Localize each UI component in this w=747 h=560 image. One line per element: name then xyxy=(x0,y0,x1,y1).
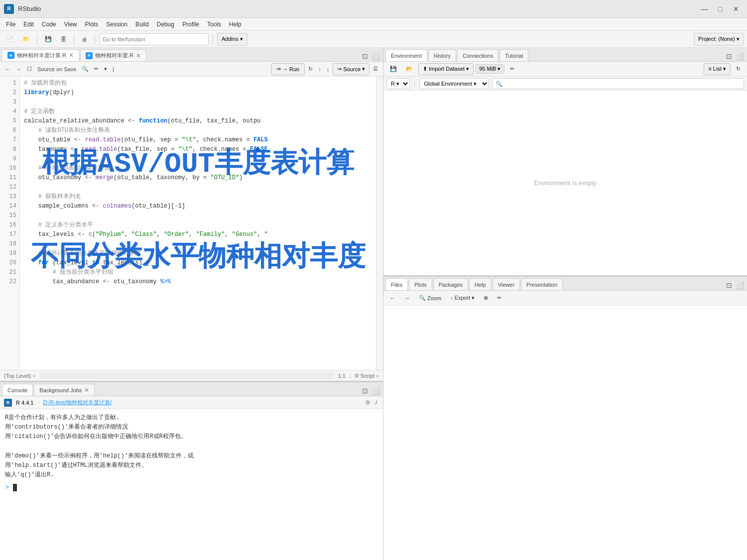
app-logo: R xyxy=(4,4,14,14)
env-search-input[interactable] xyxy=(492,78,744,89)
menu-file[interactable]: File xyxy=(2,19,19,29)
folder-icon: 📁 xyxy=(22,36,29,42)
menu-edit[interactable]: Edit xyxy=(19,19,38,29)
menu-session[interactable]: Session xyxy=(102,19,131,29)
save-button[interactable]: 💾 xyxy=(41,33,55,46)
search-button[interactable]: 🔍 xyxy=(80,64,91,75)
memory-badge[interactable]: 95 MiB ▾ xyxy=(476,64,504,74)
maximize-plots-button[interactable]: ⬜ xyxy=(735,280,745,290)
toolbar-separator-1 xyxy=(37,34,37,44)
float-console-button[interactable]: ⊡ xyxy=(361,386,369,396)
env-sub-separator: | xyxy=(414,80,415,87)
plots-tab-plots[interactable]: Plots xyxy=(409,278,432,290)
env-tab-tutorial[interactable]: Tutorial xyxy=(499,49,528,61)
code-line-15 xyxy=(24,211,372,221)
console-right-buttons: ⊙ / xyxy=(364,397,379,408)
source-on-save-checkbox-btn[interactable]: ☐ xyxy=(25,64,34,75)
float-env-button[interactable]: ⊡ xyxy=(725,51,733,61)
source-on-save-label: Source on Save xyxy=(37,66,76,72)
plots-tab-help[interactable]: Help xyxy=(469,278,492,290)
env-tab-environment[interactable]: Environment xyxy=(385,49,427,61)
source-button[interactable]: ⇒ Source ▾ xyxy=(333,63,370,75)
menu-view[interactable]: View xyxy=(60,19,81,29)
console-blank-1 xyxy=(5,442,378,451)
save-all-button[interactable]: 🗄 xyxy=(57,33,70,46)
console-options-button[interactable]: / xyxy=(374,397,379,408)
env-load-button[interactable]: 📂 xyxy=(402,63,416,76)
print-button[interactable]: 🖨 xyxy=(78,33,91,46)
edit-env-button[interactable]: ✏ xyxy=(506,63,518,76)
editor-tab-2[interactable]: R 物种相对丰度.R ✕ xyxy=(80,49,146,61)
run-next-button[interactable]: ↓ xyxy=(325,64,332,75)
code-line-1: # 加载所需的包 xyxy=(24,79,372,88)
run-prev-button[interactable]: ↑ xyxy=(316,64,323,75)
top-level-label[interactable]: (Top Level) ÷ xyxy=(4,373,36,379)
forward-button[interactable]: → xyxy=(14,64,23,75)
new-file-button[interactable]: 📄 xyxy=(3,33,17,46)
horizontal-scrollbar[interactable] xyxy=(40,373,334,378)
plots-back-button[interactable]: ← xyxy=(386,292,399,305)
background-jobs-close[interactable]: ✕ xyxy=(84,387,89,394)
prompt-cursor[interactable] xyxy=(13,484,17,491)
menu-profile[interactable]: Profile xyxy=(178,19,203,29)
global-env-select[interactable]: Global Environment ▾ xyxy=(419,78,489,89)
import-dataset-button[interactable]: ⬆ Import Dataset ▾ xyxy=(418,63,474,75)
plots-tab-files[interactable]: Files xyxy=(385,278,408,290)
editor-tab-1-close[interactable]: ✕ xyxy=(69,52,74,59)
export-button[interactable]: ↑ Export ▾ xyxy=(447,292,478,305)
code-tools-button[interactable]: ✏ xyxy=(92,64,101,75)
console-content[interactable]: R是个合作计划，有许多人为之做出了贡献. 用'contributors()'来看… xyxy=(0,409,383,560)
console-section: Console Background Jobs ✕ ⊡ ⬜ R R 4.4.1 … xyxy=(0,381,383,560)
list-view-button[interactable]: ≡ List ▾ xyxy=(704,63,731,75)
plots-remove-button[interactable]: ⊗ xyxy=(480,292,492,305)
maximize-button[interactable]: □ xyxy=(713,3,727,15)
refresh-env-button[interactable]: ↻ xyxy=(733,63,744,76)
editor-tab-2-close[interactable]: ✕ xyxy=(136,52,141,59)
source-on-save-label-btn[interactable]: Source on Save xyxy=(35,64,78,75)
env-tab-history[interactable]: History xyxy=(428,49,456,61)
plots-options-button[interactable]: ✏ xyxy=(494,292,505,305)
menu-code[interactable]: Code xyxy=(38,19,60,29)
menu-build[interactable]: Build xyxy=(131,19,153,29)
code-content[interactable]: 根据ASV/OUT丰度表计算 不同分类水平物种相对丰度 # 加载所需的包 lib… xyxy=(20,77,376,370)
env-tab-connections[interactable]: Connections xyxy=(457,49,498,61)
maximize-env-button[interactable]: ⬜ xyxy=(735,51,745,61)
spell-check-button[interactable]: | xyxy=(111,64,116,75)
maximize-editor-button[interactable]: ⬜ xyxy=(371,51,381,61)
plots-forward-button[interactable]: → xyxy=(401,292,413,305)
console-tab[interactable]: Console xyxy=(2,384,33,396)
project-button[interactable]: Project: (None) ▾ xyxy=(694,33,744,46)
editor-vertical-scrollbar[interactable] xyxy=(376,77,383,370)
editor-tab-1[interactable]: R 物种相对丰度计算.R ✕ xyxy=(2,49,79,61)
zoom-button[interactable]: 🔍 Zoom xyxy=(415,292,445,305)
re-run-button[interactable]: ↻ xyxy=(306,64,315,75)
plots-tab-viewer[interactable]: Viewer xyxy=(493,278,520,290)
float-editor-button[interactable]: ⊡ xyxy=(361,51,369,61)
plots-tab-packages[interactable]: Packages xyxy=(433,278,468,290)
menu-help[interactable]: Help xyxy=(225,19,246,29)
minimize-button[interactable]: — xyxy=(697,3,711,15)
menu-debug[interactable]: Debug xyxy=(153,19,178,29)
code-line-21: # 按当前分类水平归组 xyxy=(24,268,372,277)
r-env-select[interactable]: R ▾ xyxy=(386,78,410,89)
plots-toolbar: ← → 🔍 Zoom ↑ Export ▾ ⊗ ✏ xyxy=(383,291,747,306)
background-jobs-tab[interactable]: Background Jobs ✕ xyxy=(34,384,95,396)
go-to-file-input[interactable] xyxy=(99,33,209,45)
close-button[interactable]: ✕ xyxy=(729,3,743,15)
float-plots-button[interactable]: ⊡ xyxy=(725,280,733,290)
open-file-button[interactable]: 📁 xyxy=(19,33,33,46)
addins-button[interactable]: Addins ▾ xyxy=(217,33,248,46)
env-save-button[interactable]: 💾 xyxy=(386,63,400,76)
editor-section: R 物种相对丰度计算.R ✕ R 物种相对丰度.R ✕ ⊡ ⬜ ← → ☐ xyxy=(0,48,383,381)
plots-tab-presentation[interactable]: Presentation xyxy=(521,278,563,290)
back-button[interactable]: ← xyxy=(3,64,12,75)
maximize-console-button[interactable]: ⬜ xyxy=(371,386,381,396)
console-clear-button[interactable]: ⊙ xyxy=(364,397,372,408)
editor-options-button[interactable]: ▾ xyxy=(102,64,109,75)
menu-plots[interactable]: Plots xyxy=(81,19,103,29)
save-all-icon: 🗄 xyxy=(61,36,66,42)
editor-more-button[interactable]: ☰ xyxy=(371,64,380,75)
menu-tools[interactable]: Tools xyxy=(203,19,225,29)
main-toolbar: 📄 📁 💾 🗄 🖨 Addins ▾ Project: (None) ▾ xyxy=(0,31,747,48)
run-button[interactable]: ⇒ → Run xyxy=(271,63,305,75)
